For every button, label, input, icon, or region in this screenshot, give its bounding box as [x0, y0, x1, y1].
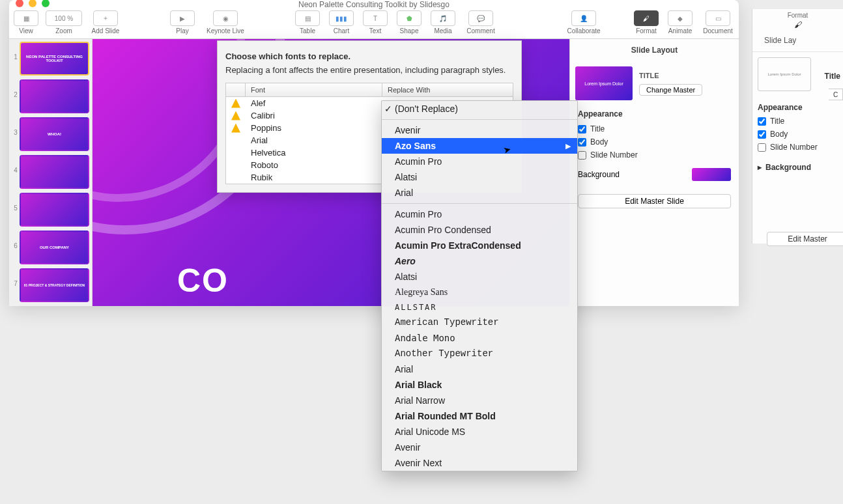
body-checkbox-2[interactable]: Body	[752, 128, 843, 141]
thumb-1[interactable]: 1NEON PALETTE CONSULTING TOOLKIT	[12, 42, 89, 76]
menu-font-item[interactable]: Acumin Pro	[382, 206, 577, 222]
thumb-7[interactable]: 701 PROJECT & STRATEGY DEFINITION	[12, 268, 89, 302]
document-button[interactable]: ▭Document	[697, 10, 739, 35]
zoom-window[interactable]	[42, 0, 50, 7]
play-button[interactable]: ▶Play	[165, 10, 199, 35]
edit-master-button-2[interactable]: Edit Master	[767, 232, 843, 246]
body-checkbox[interactable]: Body	[570, 135, 739, 148]
change-master-button-2[interactable]: C	[829, 89, 843, 100]
menu-font-item[interactable]: Arial Narrow	[382, 393, 577, 408]
slide-number-checkbox[interactable]: Slide Number	[570, 148, 739, 161]
warning-icon	[231, 99, 240, 108]
slide-layout-tab[interactable]: Slide Lay	[752, 29, 843, 52]
menu-font-item[interactable]: American Typewriter	[382, 315, 577, 330]
title-checkbox[interactable]: Title	[570, 122, 739, 135]
menu-font-item[interactable]: Another Typewriter	[382, 346, 577, 361]
chart-button[interactable]: ▮▮▮Chart	[324, 10, 358, 35]
comment-button[interactable]: 💬Comment	[460, 10, 502, 35]
thumb-3[interactable]: 3WHOA!	[12, 117, 89, 151]
format-button[interactable]: 🖌Format	[629, 10, 663, 35]
menu-font-item[interactable]: Arial Rounded MT Bold	[382, 408, 577, 424]
master-preview: Lorem Ipsum Dolor	[575, 66, 633, 100]
menu-font-item[interactable]: Acumin Pro Condensed	[382, 222, 577, 238]
format-label: Format	[752, 9, 843, 20]
animate-button[interactable]: ◆Animate	[663, 10, 697, 35]
background-label: Background	[578, 170, 620, 179]
menu-dont-replace[interactable]: ✓(Don't Replace)	[382, 101, 577, 117]
thumb-2[interactable]: 2	[12, 79, 89, 113]
col-font: Font	[246, 83, 382, 96]
minimize-window[interactable]	[29, 0, 36, 7]
title-checkbox-2[interactable]: Title	[752, 115, 843, 128]
menu-font-item[interactable]: Alatsi	[382, 269, 577, 285]
thumb-5[interactable]: 5	[12, 193, 89, 227]
slide-navigator[interactable]: 1NEON PALETTE CONSULTING TOOLKIT 2 3WHOA…	[9, 39, 93, 306]
change-master-button[interactable]: Change Master	[639, 84, 702, 96]
menu-font-item[interactable]: Arial	[382, 361, 577, 377]
font-replacement-menu[interactable]: ✓(Don't Replace) AvenirAzo Sans▶Acumin P…	[381, 100, 578, 471]
close-window[interactable]	[16, 0, 23, 7]
menu-font-item[interactable]: Aero	[382, 253, 577, 269]
background-disclosure[interactable]: ▸Background	[752, 154, 843, 176]
menu-font-item[interactable]: Alatsi	[382, 169, 577, 185]
shape-button[interactable]: ⬟Shape	[392, 10, 426, 35]
menu-font-item[interactable]: ALLSTAR	[382, 300, 577, 315]
layout-title-label: Title	[825, 72, 840, 81]
warning-icon	[231, 124, 240, 133]
collaborate-button[interactable]: 👤Collaborate	[558, 10, 610, 35]
layout-thumb[interactable]: Lorem Ipsum Dolor	[758, 57, 811, 91]
edit-master-button[interactable]: Edit Master Slide	[578, 194, 731, 208]
menu-font-item[interactable]: Avenir Next	[382, 455, 577, 471]
zoom-button[interactable]: 100 %Zoom	[43, 10, 85, 35]
view-button[interactable]: ▦View	[9, 10, 43, 35]
menu-font-item[interactable]: Alegreya Sans	[382, 285, 577, 300]
appearance-header: Appearance	[570, 105, 739, 122]
menu-font-item[interactable]: Acumin Pro ExtraCondensed	[382, 238, 577, 253]
master-name: TITLE	[639, 72, 734, 79]
inspector-panel-2: Format 🖌 Slide Lay Lorem Ipsum Dolor Tit…	[752, 9, 843, 244]
background-swatch[interactable]	[692, 168, 731, 181]
media-button[interactable]: 🎵Media	[426, 10, 460, 35]
format-panel: Slide Layout Lorem Ipsum Dolor TITLE Cha…	[569, 39, 739, 306]
menu-font-item[interactable]: Andale Mono	[382, 330, 577, 346]
slide-title-text: CO	[177, 262, 229, 300]
warning-icon	[231, 111, 240, 120]
menu-font-item[interactable]: Avenir	[382, 440, 577, 455]
table-button[interactable]: ▤Table	[291, 10, 324, 35]
slide-number-checkbox-2[interactable]: Slide Number	[752, 141, 843, 154]
submenu-arrow-icon: ▶	[565, 142, 571, 150]
text-button[interactable]: TText	[358, 10, 392, 35]
dialog-subtitle: Replacing a font affects the entire pres…	[218, 65, 521, 83]
menu-font-item[interactable]: Arial	[382, 185, 577, 201]
menu-font-item[interactable]: Arial Black	[382, 377, 577, 393]
menu-font-item[interactable]: Avenir	[382, 122, 577, 138]
panel-title: Slide Layout	[570, 39, 739, 61]
window-title: Neon Palette Consulting Toolkit by Slide…	[298, 0, 450, 9]
menu-font-item[interactable]: Acumin Pro	[382, 154, 577, 169]
add-slide-button[interactable]: ＋Add Slide	[85, 10, 126, 35]
menu-font-item[interactable]: Azo Sans▶	[382, 138, 577, 154]
menu-font-item[interactable]: Arial Unicode MS	[382, 424, 577, 440]
thumb-6[interactable]: 6OUR COMPANY	[12, 231, 89, 264]
toolbar: ▦View 100 %Zoom ＋Add Slide ▶Play ◉Keynot…	[9, 9, 739, 39]
keynote-live-button[interactable]: ◉Keynote Live	[199, 10, 251, 35]
dialog-title: Choose which fonts to replace.	[218, 41, 521, 65]
col-replace: Replace With	[382, 83, 513, 96]
thumb-4[interactable]: 4	[12, 155, 89, 189]
